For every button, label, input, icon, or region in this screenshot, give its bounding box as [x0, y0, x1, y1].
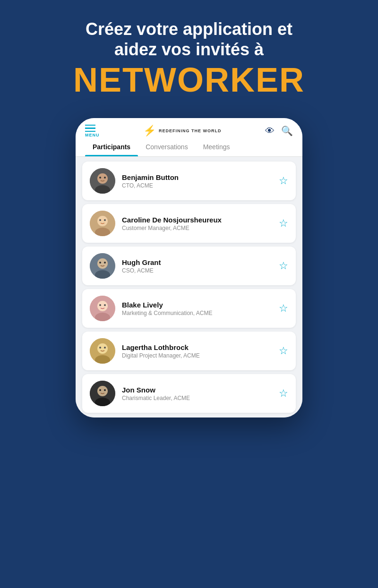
- participant-info: Blake LivelyMarketing & Communication, A…: [122, 301, 272, 316]
- svg-point-26: [97, 386, 108, 396]
- list-item[interactable]: Jon SnowCharismatic Leader, ACME☆: [82, 374, 296, 413]
- participant-name: Blake Lively: [122, 301, 272, 309]
- favorite-button[interactable]: ☆: [279, 302, 288, 315]
- svg-point-14: [104, 262, 106, 264]
- svg-point-4: [104, 177, 106, 179]
- svg-point-21: [97, 343, 108, 354]
- header-line1: Créez votre application et: [86, 19, 292, 39]
- participant-name: Lagertha Lothbrock: [122, 343, 272, 351]
- list-item[interactable]: Lagertha LothbrockDigital Project Manage…: [82, 332, 296, 370]
- svg-point-8: [99, 219, 101, 221]
- participant-role: Customer Manager, ACME: [122, 225, 272, 231]
- participant-info: Benjamin ButtonCTO, ACME: [122, 173, 272, 189]
- svg-point-16: [97, 301, 108, 311]
- participant-role: CSO, ACME: [122, 267, 272, 274]
- svg-point-11: [97, 258, 108, 269]
- avatar: [90, 211, 115, 236]
- list-item[interactable]: Caroline De NosjoursheureuxCustomer Mana…: [82, 204, 296, 243]
- header-subtitle: Créez votre application et aidez vos inv…: [73, 19, 305, 60]
- svg-point-24: [104, 347, 106, 349]
- tab-conversations[interactable]: Conversations: [138, 137, 196, 156]
- favorite-button[interactable]: ☆: [279, 345, 288, 357]
- phone-mockup: MENU ⚡ REDEFINING THE WORLD 👁 🔍 Particip…: [76, 118, 302, 418]
- logo-text: REDEFINING THE WORLD: [159, 128, 222, 133]
- svg-point-3: [99, 177, 101, 179]
- participant-name: Benjamin Button: [122, 173, 272, 181]
- favorite-button[interactable]: ☆: [279, 217, 288, 230]
- participant-info: Caroline De NosjoursheureuxCustomer Mana…: [122, 216, 272, 231]
- tab-bar: Participants Conversations Meetings: [76, 137, 302, 157]
- menu-label: MENU: [85, 133, 100, 137]
- hamburger-icon: [85, 125, 100, 132]
- tab-participants[interactable]: Participants: [85, 137, 138, 156]
- svg-point-28: [99, 389, 101, 391]
- favorite-button[interactable]: ☆: [279, 387, 288, 400]
- participant-name: Caroline De Nosjoursheureux: [122, 216, 272, 224]
- favorite-button[interactable]: ☆: [279, 175, 288, 187]
- participant-role: Digital Project Manager, ACME: [122, 352, 272, 359]
- header-line2: aidez vos invités à: [114, 40, 264, 59]
- participant-role: Marketing & Communication, ACME: [122, 310, 272, 316]
- svg-point-19: [104, 304, 106, 306]
- participant-name: Jon Snow: [122, 386, 272, 394]
- participant-info: Hugh GrantCSO, ACME: [122, 258, 272, 274]
- eye-icon[interactable]: 👁: [265, 126, 275, 136]
- header-section: Créez votre application et aidez vos inv…: [45, 0, 333, 109]
- logo-area: ⚡ REDEFINING THE WORLD: [143, 125, 222, 137]
- phone-action-icons: 👁 🔍: [265, 125, 293, 136]
- avatar: [90, 168, 115, 194]
- list-item[interactable]: Benjamin ButtonCTO, ACME☆: [82, 162, 296, 200]
- avatar: [90, 381, 115, 406]
- logo-icon: ⚡: [143, 125, 156, 137]
- avatar: [90, 338, 115, 364]
- menu-button[interactable]: MENU: [85, 125, 100, 138]
- phone-topbar: MENU ⚡ REDEFINING THE WORLD 👁 🔍: [76, 118, 302, 138]
- svg-point-6: [97, 216, 108, 226]
- avatar: [90, 296, 115, 321]
- participant-info: Lagertha LothbrockDigital Project Manage…: [122, 343, 272, 359]
- phone-wrapper: MENU ⚡ REDEFINING THE WORLD 👁 🔍 Particip…: [76, 109, 302, 588]
- list-item[interactable]: Blake LivelyMarketing & Communication, A…: [82, 289, 296, 328]
- favorite-button[interactable]: ☆: [279, 260, 288, 272]
- list-item[interactable]: Hugh GrantCSO, ACME☆: [82, 247, 296, 285]
- svg-point-13: [99, 262, 101, 264]
- participant-role: CTO, ACME: [122, 182, 272, 189]
- tab-meetings[interactable]: Meetings: [196, 137, 238, 156]
- participant-info: Jon SnowCharismatic Leader, ACME: [122, 386, 272, 401]
- participant-name: Hugh Grant: [122, 258, 272, 266]
- avatar: [90, 253, 115, 279]
- header-highlight: NETWORKER: [73, 61, 305, 99]
- participant-role: Charismatic Leader, ACME: [122, 395, 272, 401]
- svg-point-18: [99, 304, 101, 306]
- svg-point-9: [104, 219, 106, 221]
- search-icon[interactable]: 🔍: [281, 125, 293, 136]
- svg-point-29: [104, 389, 106, 391]
- participants-list: Benjamin ButtonCTO, ACME☆ Caroline De No…: [76, 157, 302, 418]
- svg-point-23: [99, 347, 101, 349]
- svg-point-1: [97, 173, 108, 184]
